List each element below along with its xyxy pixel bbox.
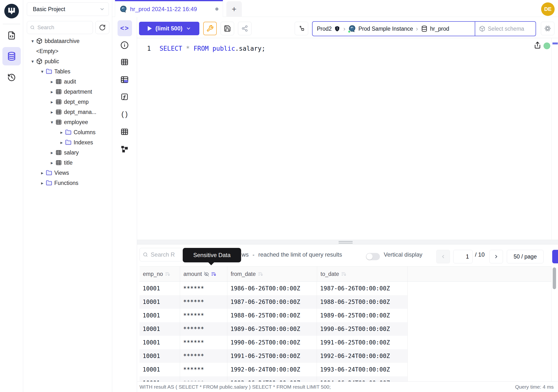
strip-item-external-tables[interactable] <box>120 75 129 85</box>
table-cell[interactable]: 1992-06-24T00:00:00Z <box>317 349 407 363</box>
tree-item-department[interactable]: ▸department <box>23 87 112 97</box>
caret-down-icon[interactable]: ▾ <box>39 69 46 74</box>
tree-item-views[interactable]: ▸Views <box>23 168 112 178</box>
strip-item-functions[interactable] <box>120 92 129 102</box>
column-header-amount[interactable]: amount <box>180 267 227 281</box>
sidebar-search-input[interactable] <box>37 24 90 31</box>
strip-item-info[interactable] <box>120 40 129 50</box>
caret-right-icon[interactable]: ▸ <box>48 150 55 156</box>
table-row[interactable]: 10001******1990-06-25T00:00:00Z1991-06-2… <box>140 336 408 349</box>
editor-overview-ruler[interactable] <box>551 38 558 240</box>
caret-right-icon[interactable]: ▸ <box>48 89 55 95</box>
table-cell[interactable]: ****** <box>180 295 227 309</box>
tree-item-employee[interactable]: ▾employee <box>23 117 112 127</box>
caret-right-icon[interactable]: ▸ <box>48 109 55 115</box>
share-button[interactable] <box>238 22 252 35</box>
table-cell[interactable]: 10001 <box>140 363 180 376</box>
table-cell[interactable]: 1993-06-24T00:00:00Z <box>227 376 317 381</box>
prev-page-button[interactable] <box>436 250 450 263</box>
table-cell[interactable]: ****** <box>180 336 227 349</box>
caret-right-icon[interactable]: ▸ <box>58 130 65 135</box>
table-cell[interactable]: 1991-06-25T00:00:00Z <box>317 336 407 349</box>
avatar[interactable]: DE <box>541 2 555 16</box>
breadcrumb-context[interactable]: Prod2 › Prod Sample Instance › <box>313 22 475 36</box>
export-button[interactable] <box>552 250 558 263</box>
table-cell[interactable]: ****** <box>180 282 227 295</box>
table-cell[interactable]: ****** <box>180 322 227 336</box>
tree-item-bbdataarchive[interactable]: ▾bbdataarchive <box>23 36 112 46</box>
connection-breadcrumb[interactable]: Prod2 › Prod Sample Instance › <box>312 21 536 36</box>
caret-right-icon[interactable]: ▸ <box>48 79 55 85</box>
connection-button[interactable] <box>295 22 308 35</box>
table-cell[interactable]: 1987-06-26T00:00:00Z <box>317 282 407 295</box>
tree-item-audit[interactable]: ▸audit <box>23 77 112 87</box>
tree-item--empty-[interactable]: <Empty> <box>23 46 112 56</box>
table-cell[interactable]: 1988-06-25T00:00:00Z <box>227 309 317 322</box>
table-cell[interactable]: 1987-06-26T00:00:00Z <box>227 295 317 309</box>
table-cell[interactable]: 10001 <box>140 282 180 295</box>
ai-assistant-button[interactable] <box>541 22 554 35</box>
table-cell[interactable]: 1992-06-24T00:00:00Z <box>227 363 317 376</box>
table-cell[interactable]: 10001 <box>140 349 180 363</box>
table-cell[interactable]: 1990-06-25T00:00:00Z <box>227 336 317 349</box>
vertical-display-toggle[interactable] <box>366 253 380 260</box>
table-cell[interactable]: 10001 <box>140 309 180 322</box>
table-row[interactable]: 10001******1988-06-25T00:00:00Z1989-06-2… <box>140 309 408 322</box>
project-selector[interactable]: Basic Project <box>27 2 109 16</box>
run-query-button[interactable]: (limit 500) <box>139 22 199 35</box>
table-cell[interactable]: ****** <box>180 309 227 322</box>
save-button[interactable] <box>221 22 234 35</box>
tree-item-dept-emp[interactable]: ▸dept_emp <box>23 97 112 107</box>
sql-editor-tab[interactable]: <> <box>118 20 132 36</box>
table-cell[interactable]: 1991-06-25T00:00:00Z <box>227 349 317 363</box>
next-page-button[interactable] <box>489 250 503 263</box>
rail-item-history[interactable] <box>2 68 21 87</box>
table-cell[interactable]: ****** <box>180 349 227 363</box>
strip-item-views[interactable] <box>120 127 129 137</box>
caret-right-icon[interactable]: ▸ <box>48 160 55 166</box>
rail-item-worksheet[interactable] <box>2 26 21 45</box>
table-cell[interactable]: 10001 <box>140 322 180 336</box>
table-cell[interactable]: 10001 <box>140 336 180 349</box>
strip-item-procedures[interactable]: ( ) <box>120 109 129 119</box>
page-number-input[interactable] <box>453 250 472 263</box>
sidebar-search[interactable] <box>27 21 93 34</box>
table-cell[interactable]: 10001 <box>140 295 180 309</box>
table-cell[interactable]: 1990-06-25T00:00:00Z <box>317 322 407 336</box>
results-scrollbar[interactable] <box>553 267 556 289</box>
caret-right-icon[interactable]: ▸ <box>58 140 65 145</box>
column-header-emp_no[interactable]: emp_no <box>140 267 180 281</box>
column-header-to_date[interactable]: to_date <box>317 267 408 281</box>
caret-down-icon[interactable]: ▾ <box>29 38 36 44</box>
tree-item-public[interactable]: ▾public <box>23 56 112 66</box>
new-tab-button[interactable]: + <box>227 1 242 17</box>
table-cell[interactable]: 1989-06-25T00:00:00Z <box>317 309 407 322</box>
tree-item-indexes[interactable]: ▸Indexes <box>23 137 112 148</box>
tree-item-title[interactable]: ▸title <box>23 158 112 168</box>
tree-item-functions[interactable]: ▸Functions <box>23 178 112 188</box>
table-row[interactable]: 10001******1989-06-25T00:00:00Z1990-06-2… <box>140 322 408 336</box>
tree-item-tables[interactable]: ▾Tables <box>23 66 112 77</box>
table-cell[interactable]: ****** <box>180 363 227 376</box>
app-logo[interactable] <box>2 2 21 20</box>
table-cell[interactable]: 1988-06-25T00:00:00Z <box>317 295 407 309</box>
caret-right-icon[interactable]: ▸ <box>39 170 46 176</box>
caret-down-icon[interactable]: ▾ <box>29 59 36 64</box>
column-header-from_date[interactable]: from_date <box>227 267 317 281</box>
table-cell[interactable]: ****** <box>180 376 227 381</box>
tree-item-salary[interactable]: ▸salary <box>23 148 112 158</box>
caret-right-icon[interactable]: ▸ <box>48 99 55 105</box>
caret-down-icon[interactable]: ▾ <box>48 120 55 125</box>
upload-button[interactable] <box>533 41 541 51</box>
format-sql-button[interactable] <box>203 22 217 35</box>
table-cell[interactable]: 1989-06-25T00:00:00Z <box>227 322 317 336</box>
tab-worksheet[interactable]: hr_prod 2024-11-22 16:49 <box>115 0 223 17</box>
table-row[interactable]: 10001******1986-06-26T00:00:00Z1987-06-2… <box>140 282 408 295</box>
table-row[interactable]: 10001******1992-06-24T00:00:00Z1993-06-2… <box>140 363 408 376</box>
panel-divider[interactable] <box>137 240 558 244</box>
strip-item-schema-diagram[interactable] <box>120 144 129 154</box>
table-cell[interactable]: 1993-06-24T00:00:00Z <box>317 363 407 376</box>
refresh-button[interactable] <box>95 21 109 34</box>
caret-right-icon[interactable]: ▸ <box>39 180 46 186</box>
page-size-select[interactable]: 50 / page <box>507 250 543 263</box>
